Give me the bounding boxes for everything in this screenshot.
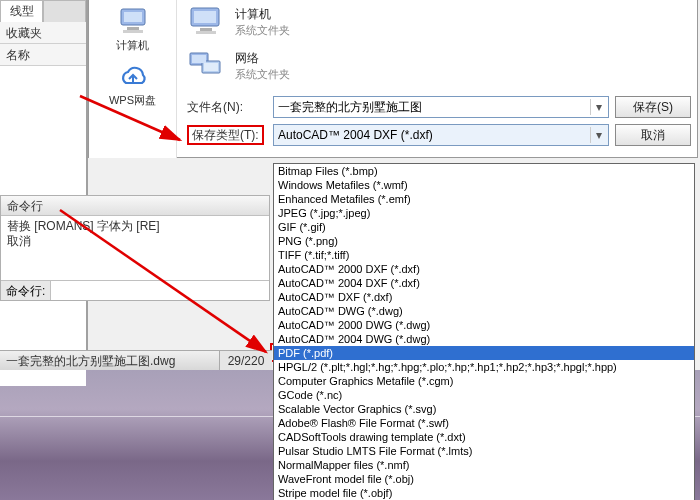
command-input[interactable]: [51, 281, 269, 300]
filetype-row: 保存类型(T): AutoCAD™ 2004 DXF (*.dxf) ▾ 取消: [177, 122, 697, 148]
status-filename: 一套完整的北方别墅施工图.dwg: [0, 351, 220, 370]
svg-rect-1: [124, 12, 142, 22]
filetype-option[interactable]: AutoCAD™ 2004 DWG (*.dwg): [274, 332, 694, 346]
filetype-option[interactable]: Scalable Vector Graphics (*.svg): [274, 402, 694, 416]
svg-rect-2: [127, 27, 139, 30]
tab-blank[interactable]: [43, 0, 86, 22]
filetype-option[interactable]: AutoCAD™ DXF (*.dxf): [274, 290, 694, 304]
filetype-option[interactable]: Windows Metafiles (*.wmf): [274, 178, 694, 192]
dialog-main: 计算机 系统文件夹 网络 系统文件夹 文件名(N): 一套完整的北方别墅施工图 …: [177, 0, 697, 158]
loc-computer-sub: 系统文件夹: [235, 23, 290, 38]
place-computer[interactable]: 计算机: [89, 0, 176, 59]
filename-row: 文件名(N): 一套完整的北方别墅施工图 ▾ 保存(S): [177, 94, 697, 120]
location-computer[interactable]: 计算机 系统文件夹: [177, 0, 697, 44]
filetype-label: 保存类型(T):: [187, 127, 273, 144]
row-favorites[interactable]: 收藏夹: [0, 22, 86, 44]
save-dialog: 计算机 WPS网盘 计算机 系统文件夹 网络 系统文件夹 文件名(N): 一套完…: [88, 0, 698, 158]
filetype-select[interactable]: AutoCAD™ 2004 DXF (*.dxf) ▾: [273, 124, 609, 146]
filetype-option[interactable]: JPEG (*.jpg;*.jpeg): [274, 206, 694, 220]
filetype-option[interactable]: GCode (*.nc): [274, 388, 694, 402]
svg-rect-7: [196, 31, 216, 34]
status-bar: 一套完整的北方别墅施工图.dwg 29/220: [0, 350, 272, 370]
filetype-option[interactable]: PDF (*.pdf): [274, 346, 694, 360]
computer-large-icon: [187, 5, 225, 39]
command-line-2: 取消: [7, 234, 263, 249]
chevron-down-icon[interactable]: ▾: [590, 127, 606, 143]
command-line-1: 替换 [ROMANS] 字体为 [RE]: [7, 219, 263, 234]
command-log: 替换 [ROMANS] 字体为 [RE] 取消: [1, 216, 269, 280]
filetype-option[interactable]: Computer Graphics Metafile (*.cgm): [274, 374, 694, 388]
filetype-option[interactable]: NormalMapper files (*.nmf): [274, 458, 694, 472]
places-bar: 计算机 WPS网盘: [89, 0, 177, 158]
left-sidebar: 线型 收藏夹 名称: [0, 0, 88, 370]
network-icon: [187, 49, 225, 83]
filetype-option[interactable]: PNG (*.png): [274, 234, 694, 248]
tab-linetype[interactable]: 线型: [0, 0, 43, 22]
command-title: 命令行: [1, 196, 269, 216]
filetype-option[interactable]: HPGL/2 (*.plt;*.hgl;*.hg;*.hpg;*.plo;*.h…: [274, 360, 694, 374]
filetype-option[interactable]: Bitmap Files (*.bmp): [274, 164, 694, 178]
command-panel: 命令行 替换 [ROMANS] 字体为 [RE] 取消 命令行:: [0, 195, 270, 301]
filetype-option[interactable]: AutoCAD™ 2000 DXF (*.dxf): [274, 262, 694, 276]
row-name-header: 名称: [0, 44, 86, 66]
svg-rect-11: [204, 63, 218, 71]
loc-network-title: 网络: [235, 50, 290, 67]
location-network[interactable]: 网络 系统文件夹: [177, 44, 697, 88]
svg-rect-10: [192, 55, 206, 63]
filetype-option[interactable]: GIF (*.gif): [274, 220, 694, 234]
filetype-option[interactable]: CADSoftTools drawing template (*.dxt): [274, 430, 694, 444]
loc-network-sub: 系统文件夹: [235, 67, 290, 82]
computer-icon: [115, 6, 151, 36]
filetype-option[interactable]: Adobe® Flash® File Format (*.swf): [274, 416, 694, 430]
svg-rect-3: [123, 30, 143, 33]
cancel-button[interactable]: 取消: [615, 124, 691, 146]
filetype-option[interactable]: Stripe model file (*.objf): [274, 486, 694, 500]
status-page: 29/220: [220, 351, 272, 370]
command-prompt-label: 命令行:: [1, 281, 51, 300]
svg-rect-5: [194, 11, 216, 23]
filetype-option[interactable]: AutoCAD™ 2000 DWG (*.dwg): [274, 318, 694, 332]
filetype-option[interactable]: Enhanced Metafiles (*.emf): [274, 192, 694, 206]
filetype-option[interactable]: AutoCAD™ 2004 DXF (*.dxf): [274, 276, 694, 290]
filetype-option[interactable]: WaveFront model file (*.obj): [274, 472, 694, 486]
cloud-icon: [116, 65, 150, 91]
chevron-down-icon[interactable]: ▾: [590, 99, 606, 115]
filetype-option[interactable]: Pulsar Studio LMTS File Format (*.lmts): [274, 444, 694, 458]
loc-computer-title: 计算机: [235, 6, 290, 23]
filetype-dropdown[interactable]: Bitmap Files (*.bmp)Windows Metafiles (*…: [273, 163, 695, 500]
filename-label: 文件名(N):: [187, 99, 273, 116]
filetype-option[interactable]: TIFF (*.tif;*.tiff): [274, 248, 694, 262]
filename-input[interactable]: 一套完整的北方别墅施工图 ▾: [273, 96, 609, 118]
save-button[interactable]: 保存(S): [615, 96, 691, 118]
place-wps[interactable]: WPS网盘: [89, 59, 176, 114]
svg-rect-6: [200, 28, 212, 31]
filetype-option[interactable]: AutoCAD™ DWG (*.dwg): [274, 304, 694, 318]
